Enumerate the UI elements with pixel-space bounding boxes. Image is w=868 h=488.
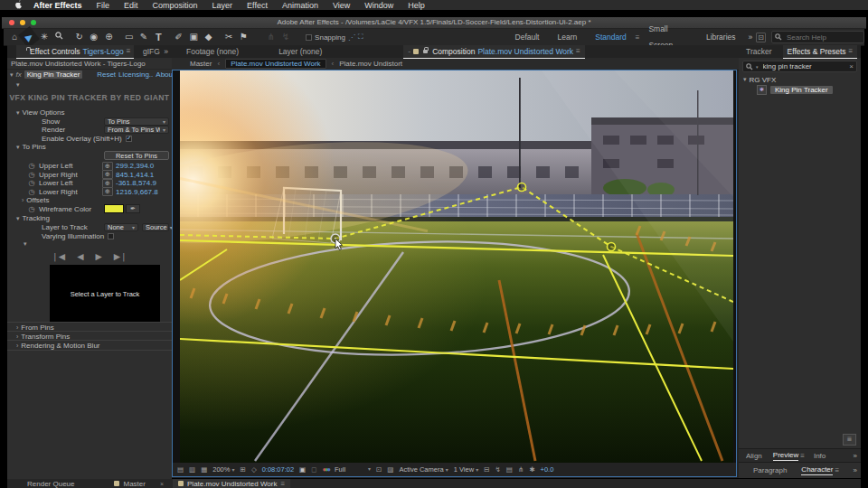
menu-layer[interactable]: Layer	[205, 1, 241, 10]
tab-align[interactable]: Align	[746, 452, 762, 460]
preview-toggle-icon[interactable]: ▤	[177, 465, 184, 474]
layer-to-track-dropdown[interactable]: None▾	[104, 223, 138, 231]
menu-effect[interactable]: Effect	[240, 1, 275, 10]
tab-paragraph[interactable]: Paragraph	[753, 466, 787, 474]
custom-ui-twirl-icon[interactable]: ▾	[16, 81, 20, 89]
help-search-input[interactable]	[785, 33, 861, 42]
reset-exposure-icon[interactable]: ✱	[529, 465, 534, 474]
panel-menu-icon[interactable]: ≡	[127, 47, 131, 55]
tab-footage[interactable]: Footage (none)	[186, 47, 239, 56]
offsets-twirl-icon[interactable]: ›	[22, 197, 24, 203]
snap-options-icon[interactable]: ⋰	[348, 33, 355, 42]
flowchart-icon[interactable]: ⋔	[518, 465, 524, 474]
tab-tracker[interactable]: Tracker	[746, 47, 772, 56]
snapshot-camera-icon[interactable]: ▣	[299, 465, 306, 474]
channel-settings-icon[interactable]: ●●●	[322, 465, 329, 474]
menu-view[interactable]: View	[326, 1, 357, 10]
effect-about-link[interactable]: Abou	[156, 70, 173, 79]
breadcrumb-master[interactable]: Master	[190, 60, 212, 68]
panel-menu-icon[interactable]: ≡	[800, 452, 805, 460]
menu-window[interactable]: Window	[357, 1, 401, 10]
help-search-box[interactable]	[771, 31, 864, 43]
panel-grabber-icon[interactable]: ≣	[843, 434, 856, 446]
show-dropdown[interactable]: To Pins▾	[104, 117, 169, 126]
menu-after-effects[interactable]: After Effects	[26, 1, 90, 10]
brush-tool-icon[interactable]: ✐	[172, 29, 186, 45]
tab-preview[interactable]: Preview	[773, 451, 798, 461]
eyedropper-icon[interactable]: ✒	[126, 204, 140, 213]
workspace-overflow-chevron[interactable]: »	[745, 29, 757, 45]
effects-result-item[interactable]: King Pin Tracker	[770, 86, 833, 94]
pin-lower-left-value[interactable]: -361.8,574.9	[116, 179, 156, 187]
tracker-twirl-icon[interactable]: ▾	[24, 240, 27, 248]
menu-composition[interactable]: Composition	[146, 1, 205, 10]
pan-behind-tool-icon[interactable]: ⊕	[101, 29, 116, 45]
to-pins-twirl-icon[interactable]: ▾	[16, 144, 20, 151]
pin-lower-right-value[interactable]: 1216.9,667.8	[116, 188, 158, 196]
panel-menu-icon[interactable]: ≡	[835, 466, 839, 474]
view-options-twirl-icon[interactable]: ▾	[16, 109, 20, 117]
tab-timeline-comp[interactable]: Plate.mov Undistorted Work ≡	[173, 479, 290, 488]
effect-reset-link[interactable]: Reset	[97, 70, 116, 79]
tab-effect-controls[interactable]: Effect Controls Tigers-Logo ≡	[16, 45, 134, 59]
to-pin-right[interactable]	[608, 243, 616, 251]
puppet-pin-tool-icon[interactable]: ⚑	[236, 29, 250, 45]
workspace-libraries[interactable]: Libraries	[697, 29, 745, 45]
workspace-manager-icon[interactable]: ⊡	[756, 33, 766, 42]
stopwatch-icon[interactable]: ◷	[27, 179, 36, 187]
to-pin-top[interactable]	[518, 183, 526, 192]
workspace-default[interactable]: Default	[506, 29, 549, 45]
panel-overflow-chevron[interactable]: »	[854, 466, 857, 474]
panel-overflow-chevron[interactable]: »	[164, 47, 168, 56]
menu-edit[interactable]: Edit	[117, 1, 146, 10]
eraser-tool-icon[interactable]: ◆	[201, 29, 215, 45]
tab-character[interactable]: Character	[801, 465, 833, 475]
render-dropdown[interactable]: From & To Pins War▾	[104, 126, 169, 134]
camera-tool-icon[interactable]: ◉	[87, 29, 101, 45]
view-layout-popup[interactable]: 1 View ▾	[454, 465, 479, 474]
close-window-button[interactable]	[9, 20, 14, 25]
pen-tool-icon[interactable]: ✎	[137, 29, 151, 45]
search-options-chevron[interactable]: ▾	[756, 64, 759, 70]
pin-upper-right-value[interactable]: 845.1,414.1	[116, 171, 154, 179]
menu-animation[interactable]: Animation	[275, 1, 326, 10]
shape-tool-icon[interactable]: ▭	[122, 29, 137, 45]
timeline-button-icon[interactable]: ▤	[506, 465, 513, 474]
wireframe-color-swatch[interactable]	[104, 204, 124, 213]
stopwatch-icon[interactable]: ◷	[27, 205, 36, 213]
reset-to-pins-button[interactable]: Reset To Pins	[104, 151, 169, 160]
panel-menu-icon[interactable]: ≡	[576, 47, 580, 55]
stopwatch-icon[interactable]: ◷	[27, 188, 36, 196]
track-source-dropdown[interactable]: Source▾	[142, 223, 169, 231]
effect-name[interactable]: King Pin Tracker	[24, 70, 83, 79]
snapping-checkbox[interactable]	[306, 34, 312, 41]
enable-overlay-checkbox[interactable]	[126, 136, 132, 142]
track-step-forward-button[interactable]: ▶❘	[114, 251, 127, 261]
panel-overflow-chevron[interactable]: »	[854, 452, 857, 460]
close-tab-icon[interactable]: ×	[160, 481, 164, 487]
apple-menu-icon[interactable]	[0, 0, 26, 11]
mask-visibility-icon[interactable]: ◇	[251, 465, 257, 474]
share-view-icon[interactable]: ▦	[201, 465, 207, 474]
fast-previews-icon[interactable]: ↯	[495, 465, 501, 474]
composition-viewport[interactable]	[180, 70, 733, 463]
breadcrumb-current[interactable]: Plate.mov Undistorted Work	[225, 59, 326, 69]
tab-timeline-master[interactable]: Master	[114, 480, 145, 488]
grid-options-icon[interactable]: ⊞	[241, 465, 246, 474]
group-rendering-motion-blur[interactable]: › Rendering & Motion Blur	[7, 340, 181, 351]
current-timecode[interactable]: 0:08:07:02	[262, 465, 294, 474]
effect-licensing-link[interactable]: Licensing..	[118, 70, 153, 79]
menu-help[interactable]: Help	[401, 1, 432, 10]
tab-layer[interactable]: Layer (none)	[278, 47, 322, 56]
workspace-standard[interactable]: Standard	[586, 29, 636, 45]
track-backward-button[interactable]: ◀	[77, 251, 83, 261]
transparency-grid-icon[interactable]: ▨	[387, 465, 393, 474]
menu-file[interactable]: File	[90, 1, 118, 10]
effects-search-input[interactable]	[761, 61, 843, 71]
zoom-tool-icon[interactable]	[52, 29, 66, 45]
rotate-tool-icon[interactable]: ↻	[71, 29, 86, 45]
minimize-window-button[interactable]	[20, 20, 25, 25]
resolution-popup[interactable]: Full▾	[335, 465, 371, 474]
track-forward-button[interactable]: ▶	[96, 251, 102, 261]
track-step-back-button[interactable]: ❘◀	[52, 251, 65, 261]
